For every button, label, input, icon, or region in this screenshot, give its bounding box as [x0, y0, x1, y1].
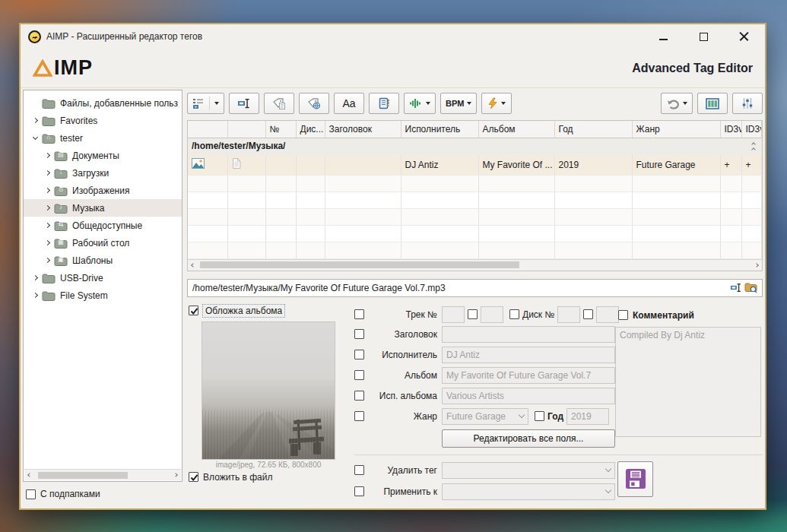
titlebar[interactable]: AIMP - Расширенный редактор тегов: [21, 24, 765, 49]
genre-checkbox[interactable]: [354, 411, 364, 421]
album-checkbox[interactable]: [354, 370, 364, 380]
expander-icon[interactable]: [30, 137, 40, 139]
sidebar-item-favorites[interactable]: Favorites: [24, 112, 182, 129]
sidebar-item-documents[interactable]: ▤ Документы: [24, 147, 182, 164]
comment-textarea[interactable]: Compiled By Dj Antiz: [615, 327, 761, 437]
fill-tags-from-web-button[interactable]: [299, 93, 329, 114]
table-row-empty[interactable]: [188, 175, 762, 192]
track-checkbox[interactable]: [354, 309, 364, 319]
sidebar-item-desktop[interactable]: ▦ Рабочий стол: [24, 234, 182, 252]
scrollbar-thumb[interactable]: [38, 472, 128, 479]
disc-number-input[interactable]: [557, 306, 580, 323]
edit-all-fields-button[interactable]: Редактировать все поля...: [442, 429, 615, 448]
expander-icon[interactable]: [42, 258, 52, 262]
tree-horizontal-scrollbar[interactable]: [24, 469, 181, 480]
sidebar-item-user-files[interactable]: Файлы, добавленные польз: [24, 94, 182, 112]
column-title[interactable]: Заголовок: [325, 121, 401, 138]
track-number-input[interactable]: [442, 306, 465, 323]
sidebar-item-templates[interactable]: ▣ Шаблоны: [24, 252, 182, 269]
analyze-waveform-button[interactable]: [404, 93, 436, 114]
table-horizontal-scrollbar[interactable]: [188, 259, 762, 271]
options-button[interactable]: [732, 93, 763, 114]
expander-icon[interactable]: [42, 188, 52, 192]
column-genre[interactable]: Жанр: [632, 121, 720, 138]
sidebar-item-music[interactable]: ♪ Музыка: [24, 199, 182, 217]
scroll-left-icon[interactable]: [24, 473, 35, 477]
scroll-right-icon[interactable]: [170, 473, 181, 477]
column-id3v1[interactable]: ID3v1: [720, 121, 741, 138]
column-id3v2[interactable]: ID3v2: [741, 121, 762, 138]
browse-folder-icon[interactable]: [744, 282, 757, 293]
minimize-button[interactable]: [657, 30, 669, 43]
delete-tag-checkbox[interactable]: [354, 465, 364, 475]
table-row-track[interactable]: DJ Antiz My Favorite Of ... 2019 Future …: [188, 154, 762, 175]
album-artist-input[interactable]: [442, 388, 615, 404]
sidebar-item-tester[interactable]: ⌂ tester: [24, 129, 182, 147]
sidebar-item-downloads[interactable]: ↓ Загрузки: [24, 164, 182, 182]
subfolders-checkbox[interactable]: [26, 489, 36, 499]
expander-icon[interactable]: [42, 171, 52, 175]
table-row-empty[interactable]: [188, 242, 762, 258]
file-path-bar[interactable]: /home/tester/Музыка/My Favorite Of Futur…: [187, 279, 763, 297]
expander-icon[interactable]: [42, 223, 52, 227]
track-total-checkbox[interactable]: [468, 309, 478, 319]
table-row-empty[interactable]: [188, 192, 762, 208]
expander-icon[interactable]: [42, 241, 52, 245]
expander-icon[interactable]: [42, 154, 52, 157]
close-button[interactable]: [738, 30, 750, 43]
group-row[interactable]: /home/tester/Музыка/: [188, 138, 762, 154]
expander-icon[interactable]: [30, 276, 40, 280]
copy-tags-button[interactable]: [264, 93, 294, 114]
renumber-tracks-button[interactable]: [187, 93, 224, 114]
sidebar-item-usb-drive[interactable]: USB-Drive: [24, 269, 182, 287]
column-number[interactable]: №: [265, 121, 296, 138]
artist-input[interactable]: [442, 347, 615, 363]
apply-to-combobox[interactable]: [442, 483, 615, 500]
track-total-input[interactable]: [481, 306, 503, 323]
column-file[interactable]: [227, 121, 265, 138]
lookup-catalog-button[interactable]: [369, 93, 399, 114]
collapse-group-icon[interactable]: [752, 141, 758, 151]
album-artist-checkbox[interactable]: [354, 391, 364, 401]
album-input[interactable]: [442, 367, 615, 384]
genre-combobox[interactable]: Future Garage: [442, 408, 528, 425]
cover-checkbox[interactable]: [189, 306, 198, 315]
auto-fill-button[interactable]: [481, 93, 512, 114]
title-input[interactable]: [442, 326, 615, 343]
undo-button[interactable]: [661, 93, 693, 114]
disc-checkbox[interactable]: [509, 309, 519, 319]
change-case-button[interactable]: Aa: [334, 93, 364, 114]
bpm-button[interactable]: BPM: [440, 93, 477, 114]
embed-checkbox[interactable]: [189, 472, 198, 482]
sidebar-item-pictures[interactable]: ⊙ Изображения: [24, 182, 182, 199]
artist-checkbox[interactable]: [354, 350, 364, 359]
column-album[interactable]: Альбом: [478, 121, 554, 138]
scroll-right-icon[interactable]: [751, 264, 762, 267]
save-button[interactable]: [617, 461, 653, 497]
scroll-left-icon[interactable]: [188, 264, 198, 267]
column-year[interactable]: Год: [554, 121, 632, 138]
disc-total-checkbox[interactable]: [583, 309, 593, 319]
table-row-empty[interactable]: [188, 225, 762, 242]
expander-icon[interactable]: [30, 293, 40, 297]
table-row-empty[interactable]: [188, 208, 762, 225]
expander-icon[interactable]: [42, 206, 52, 210]
comment-checkbox[interactable]: [618, 310, 628, 320]
maximize-button[interactable]: [697, 30, 709, 43]
apply-to-checkbox[interactable]: [354, 486, 364, 496]
album-art-image[interactable]: [202, 321, 335, 460]
title-checkbox[interactable]: [354, 329, 364, 339]
rename-file-icon[interactable]: [730, 283, 742, 293]
rename-files-button[interactable]: [229, 93, 259, 114]
column-artist[interactable]: Исполнитель: [401, 121, 478, 138]
delete-tag-combobox[interactable]: [442, 462, 615, 479]
column-disc[interactable]: Дис...: [296, 121, 325, 138]
columns-button[interactable]: [697, 93, 728, 114]
expander-icon[interactable]: [30, 119, 40, 122]
scrollbar-thumb[interactable]: [200, 261, 519, 268]
year-input[interactable]: [566, 408, 609, 425]
sidebar-item-file-system[interactable]: File System: [24, 287, 182, 304]
year-checkbox[interactable]: [535, 411, 544, 421]
sidebar-item-public[interactable]: ⇆ Общедоступные: [24, 217, 182, 234]
column-cover[interactable]: [188, 121, 227, 138]
